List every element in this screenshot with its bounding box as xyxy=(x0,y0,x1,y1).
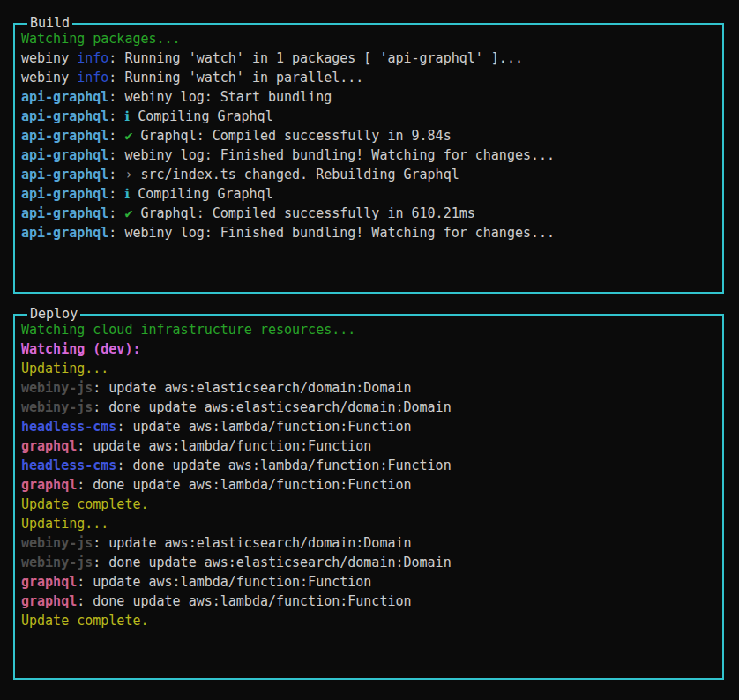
log-segment: : Running 'watch' in 1 packages [ 'api-g… xyxy=(108,50,523,66)
log-segment: api-graphql xyxy=(21,167,108,182)
log-segment: : done update aws:elasticsearch/domain:D… xyxy=(93,399,451,415)
log-segment: Watching packages... xyxy=(21,31,181,47)
log-segment: graphql xyxy=(21,593,77,609)
log-segment: Update complete. xyxy=(21,496,149,512)
log-segment: src/index.ts changed. Rebuilding Graphql xyxy=(132,167,459,182)
log-segment: api-graphql xyxy=(21,89,108,105)
log-line: api-graphql: webiny log: Start bundling xyxy=(21,87,715,107)
log-segment: : webiny log: Finished bundling! Watchin… xyxy=(108,225,555,241)
log-segment: headless-cms xyxy=(21,419,116,435)
log-line: graphql: update aws:lambda/function:Func… xyxy=(21,572,715,592)
log-segment: Updating... xyxy=(21,361,108,376)
log-line: Update complete. xyxy=(21,611,715,630)
log-segment: : xyxy=(108,128,124,144)
log-line: api-graphql: ℹ Compiling Graphql xyxy=(21,184,715,204)
log-line: api-graphql: ℹ Compiling Graphql xyxy=(21,107,715,126)
log-segment: webiny-js xyxy=(21,399,93,415)
log-segment: api-graphql xyxy=(21,205,108,221)
log-segment: : update aws:lambda/function:Function xyxy=(77,574,371,590)
log-segment: graphql xyxy=(21,438,77,454)
deploy-panel: Deploy Watching cloud infrastructure res… xyxy=(13,314,724,680)
log-segment: Graphql: Compiled successfully in 610.21… xyxy=(132,205,474,221)
log-segment: webiny-js xyxy=(21,555,93,570)
log-segment: : update aws:lambda/function:Function xyxy=(77,438,371,454)
log-segment: api-graphql xyxy=(21,108,108,124)
log-line: Updating... xyxy=(21,359,715,378)
deploy-panel-title: Deploy xyxy=(27,307,80,321)
log-line: graphql: done update aws:lambda/function… xyxy=(21,592,715,611)
deploy-log: Watching cloud infrastructure resources.… xyxy=(15,316,722,630)
log-segment: webiny xyxy=(21,70,77,86)
log-line: Updating... xyxy=(21,514,715,533)
log-segment: Update complete. xyxy=(21,613,149,629)
log-segment: : xyxy=(108,205,124,221)
log-line: Update complete. xyxy=(21,495,715,514)
log-segment: Compiling Graphql xyxy=(130,108,273,124)
log-line: webiny-js: update aws:elasticsearch/doma… xyxy=(21,378,715,398)
log-segment: info xyxy=(77,50,108,66)
log-line: Watching cloud infrastructure resources.… xyxy=(21,320,715,339)
log-line: api-graphql: webiny log: Finished bundli… xyxy=(21,223,715,242)
log-line: api-graphql: webiny log: Finished bundli… xyxy=(21,145,715,165)
log-line: headless-cms: update aws:lambda/function… xyxy=(21,417,715,436)
log-line: api-graphql: › src/index.ts changed. Reb… xyxy=(21,165,715,184)
log-segment: Compiling Graphql xyxy=(130,186,273,202)
log-segment: : webiny log: Start bundling xyxy=(108,89,332,105)
log-segment: webiny xyxy=(21,50,77,66)
log-segment: : done update aws:lambda/function:Functi… xyxy=(77,477,411,493)
log-segment: headless-cms xyxy=(21,458,116,473)
log-segment: webiny-js xyxy=(21,535,93,551)
log-line: graphql: done update aws:lambda/function… xyxy=(21,475,715,495)
log-segment: info xyxy=(77,70,108,86)
build-panel: Build Watching packages...webiny info: R… xyxy=(13,23,724,294)
build-panel-title: Build xyxy=(27,16,72,30)
log-segment: graphql xyxy=(21,477,77,493)
log-segment: : done update aws:lambda/function:Functi… xyxy=(116,458,451,473)
log-segment: : update aws:elasticsearch/domain:Domain xyxy=(93,535,411,551)
log-segment: Watching cloud infrastructure resources.… xyxy=(21,322,355,338)
log-line: graphql: update aws:lambda/function:Func… xyxy=(21,436,715,456)
log-segment: : Running 'watch' in parallel... xyxy=(108,70,363,86)
build-log: Watching packages...webiny info: Running… xyxy=(15,25,722,242)
log-segment: : webiny log: Finished bundling! Watchin… xyxy=(108,147,555,163)
log-segment: : xyxy=(108,167,124,182)
log-line: api-graphql: ✔ Graphql: Compiled success… xyxy=(21,204,715,223)
log-line: webiny-js: done update aws:elasticsearch… xyxy=(21,553,715,572)
log-line: webiny-js: done update aws:elasticsearch… xyxy=(21,398,715,417)
log-segment: : update aws:elasticsearch/domain:Domain xyxy=(93,380,411,396)
log-segment: webiny-js xyxy=(21,380,93,396)
log-segment: api-graphql xyxy=(21,147,108,163)
log-line: api-graphql: ✔ Graphql: Compiled success… xyxy=(21,126,715,145)
log-line: Watching (dev): xyxy=(21,339,715,359)
log-segment: : update aws:lambda/function:Function xyxy=(116,419,411,435)
log-segment: api-graphql xyxy=(21,225,108,241)
log-line: headless-cms: done update aws:lambda/fun… xyxy=(21,456,715,475)
log-segment: Graphql: Compiled successfully in 9.84s xyxy=(132,128,451,144)
log-segment: graphql xyxy=(21,574,77,590)
log-segment: : done update aws:elasticsearch/domain:D… xyxy=(93,555,451,570)
log-segment: : done update aws:lambda/function:Functi… xyxy=(77,593,411,609)
log-segment: : xyxy=(108,186,124,202)
log-line: webiny info: Running 'watch' in parallel… xyxy=(21,68,715,87)
log-segment: : xyxy=(108,108,124,124)
log-line: Watching packages... xyxy=(21,29,715,48)
log-segment: Updating... xyxy=(21,516,108,532)
log-line: webiny info: Running 'watch' in 1 packag… xyxy=(21,48,715,68)
log-segment: api-graphql xyxy=(21,128,108,144)
log-segment: api-graphql xyxy=(21,186,108,202)
log-segment: Watching (dev): xyxy=(21,341,140,357)
log-line: webiny-js: update aws:elasticsearch/doma… xyxy=(21,533,715,553)
